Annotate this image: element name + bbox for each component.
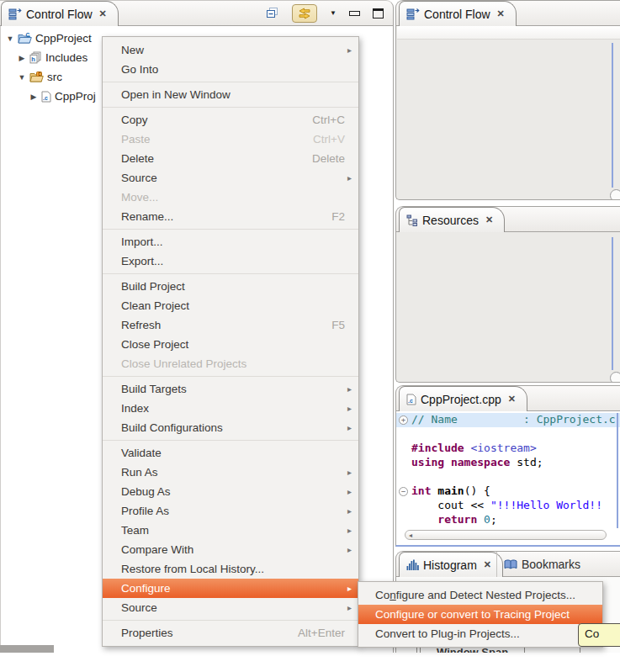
close-icon[interactable]: ✕ [497, 9, 505, 19]
menu-item-paste[interactable]: PasteCtrl+V [103, 130, 358, 149]
expand-arrow-icon[interactable]: ▼ [6, 34, 14, 43]
menu-item-new[interactable]: New▸ [103, 40, 358, 60]
menu-item-debug-as[interactable]: Debug As▸ [103, 482, 358, 501]
view-menu-icon[interactable]: ▼ [330, 9, 336, 17]
fold-collapsed-icon[interactable]: + [399, 415, 408, 425]
menu-item-close-unrelated-projects[interactable]: Close Unrelated Projects [103, 354, 358, 373]
panel-sash [617, 413, 618, 528]
view-toolbar: ▼ [266, 0, 384, 26]
resources-view-panel: Resources ✕ [395, 206, 620, 383]
tab-bookmarks[interactable]: Bookmarks [496, 552, 591, 577]
code-token: () { [464, 484, 490, 499]
menu-item-run-as[interactable]: Run As▸ [103, 463, 358, 482]
tab-control-flow-left[interactable]: Control Flow ✕ [1, 1, 119, 26]
code-token: <iostream> [464, 442, 537, 456]
tab-control-flow-right[interactable]: Control Flow ✕ [399, 1, 517, 26]
left-panel-bottom-edge [0, 645, 54, 653]
editor-content[interactable]: + // Name : CppProject.c #include <iostr… [395, 411, 620, 547]
menu-item-source-2[interactable]: Source▸ [103, 598, 358, 617]
svg-text:.c: .c [43, 95, 48, 101]
svg-text:h: h [31, 56, 35, 63]
expand-arrow-icon[interactable]: ▶ [18, 54, 26, 62]
expand-arrow-icon[interactable]: ▼ [18, 73, 26, 82]
tab-label: CppProject.cpp [421, 393, 501, 406]
panel-sash [612, 237, 613, 370]
tab-label: Bookmarks [522, 558, 580, 571]
scroll-corner[interactable] [610, 189, 620, 200]
minimize-button[interactable] [349, 10, 360, 16]
menu-item-build-project[interactable]: Build Project [103, 277, 358, 296]
resources-content [395, 232, 620, 383]
cpp-project-folder-icon: C [18, 33, 32, 44]
menu-item-build-targets[interactable]: Build Targets▸ [103, 379, 358, 399]
code-line-using: using namespace std; [396, 456, 620, 470]
scroll-left-arrow-icon[interactable]: ◂ [409, 532, 412, 539]
code-line-main: − int main () { [396, 484, 620, 499]
horizontal-scrollbar[interactable]: ◂ [405, 530, 607, 540]
histogram-icon [406, 559, 419, 570]
menu-item-clean-project[interactable]: Clean Project [103, 296, 358, 315]
code-token: int [411, 484, 431, 499]
menu-item-compare-with[interactable]: Compare With▸ [103, 540, 358, 559]
menu-item-build-configurations[interactable]: Build Configurations▸ [103, 418, 358, 437]
menu-item-import[interactable]: Import... [103, 232, 358, 251]
menu-item-restore-from-local-history[interactable]: Restore from Local History... [103, 559, 358, 579]
code-token: ; [490, 513, 497, 527]
menu-item-configure-or-convert-to-tracing-project[interactable]: Configure or convert to Tracing Project [358, 605, 602, 624]
menu-separator [103, 229, 358, 230]
submenu-arrow-icon: ▸ [347, 584, 352, 593]
svg-text:.c: .c [408, 398, 413, 404]
control-flow-content [395, 26, 620, 200]
code-token: cout << [411, 499, 490, 513]
menu-separator [103, 273, 358, 274]
editor-panel: .c CppProject.cpp ✕ + // Name : CppProje… [395, 385, 620, 547]
submenu-arrow-icon: ▸ [347, 487, 352, 496]
menu-separator [103, 376, 358, 377]
close-icon[interactable]: ✕ [485, 215, 493, 225]
tooltip: Co [578, 623, 620, 647]
submenu-arrow-icon: ▸ [347, 506, 352, 516]
menu-item-close-project[interactable]: Close Project [103, 335, 358, 354]
close-icon[interactable]: ✕ [99, 9, 107, 19]
link-with-editor-button[interactable] [292, 4, 317, 23]
editor-code-area[interactable]: + // Name : CppProject.c #include <iostr… [396, 413, 620, 527]
submenu-arrow-icon: ▸ [347, 603, 352, 612]
panel-sash [612, 43, 613, 188]
menu-item-go-into[interactable]: Go Into [103, 60, 358, 79]
menu-item-index[interactable]: Index▸ [103, 399, 358, 418]
collapse-all-icon[interactable] [266, 7, 279, 19]
tree-item-label: Includes [45, 51, 87, 64]
maximize-button[interactable] [373, 8, 384, 19]
scroll-corner[interactable] [610, 372, 620, 383]
menu-item-refresh[interactable]: RefreshF5 [103, 315, 358, 335]
menu-separator [103, 440, 358, 441]
menu-item-delete[interactable]: DeleteDelete [103, 149, 358, 168]
tab-label: Histogram [423, 558, 477, 572]
menu-item-rename[interactable]: Rename...F2 [103, 207, 358, 226]
tab-cppproject-cpp[interactable]: .c CppProject.cpp ✕ [399, 386, 527, 411]
tab-resources[interactable]: Resources ✕ [399, 207, 505, 232]
menu-item-convert-to-plugin-projects[interactable]: Convert to Plug-in Projects... [358, 624, 602, 643]
code-line-cout: cout << "!!!Hello World!! [396, 499, 620, 513]
code-token: using namespace [411, 456, 510, 470]
menu-item-export[interactable]: Export... [103, 251, 358, 271]
menu-item-team[interactable]: Team▸ [103, 521, 358, 540]
control-flow-icon [406, 8, 420, 20]
configure-submenu: Configure and Detect Nested Projects... … [358, 581, 603, 648]
menu-item-validate[interactable]: Validate [103, 443, 358, 463]
code-line-include: #include <iostream> [396, 442, 620, 456]
menu-item-copy[interactable]: CopyCtrl+C [103, 110, 358, 130]
expand-arrow-icon[interactable]: ▶ [29, 93, 38, 101]
menu-item-move[interactable]: Move... [103, 188, 358, 207]
menu-item-configure[interactable]: Configure▸ [103, 579, 358, 598]
menu-item-configure-and-detect-nested-projects[interactable]: Configure and Detect Nested Projects... [358, 585, 602, 605]
fold-expanded-icon[interactable]: − [399, 487, 408, 496]
menu-item-source[interactable]: Source▸ [103, 168, 358, 188]
close-icon[interactable]: ✕ [484, 560, 491, 569]
tab-histogram[interactable]: Histogram ✕ [399, 552, 503, 577]
code-line-return: return 0 ; [396, 513, 620, 527]
menu-item-profile-as[interactable]: Profile As▸ [103, 501, 358, 521]
menu-item-open-in-new-window[interactable]: Open in New Window [103, 85, 358, 104]
menu-item-properties[interactable]: PropertiesAlt+Enter [103, 623, 358, 643]
close-icon[interactable]: ✕ [508, 394, 516, 404]
